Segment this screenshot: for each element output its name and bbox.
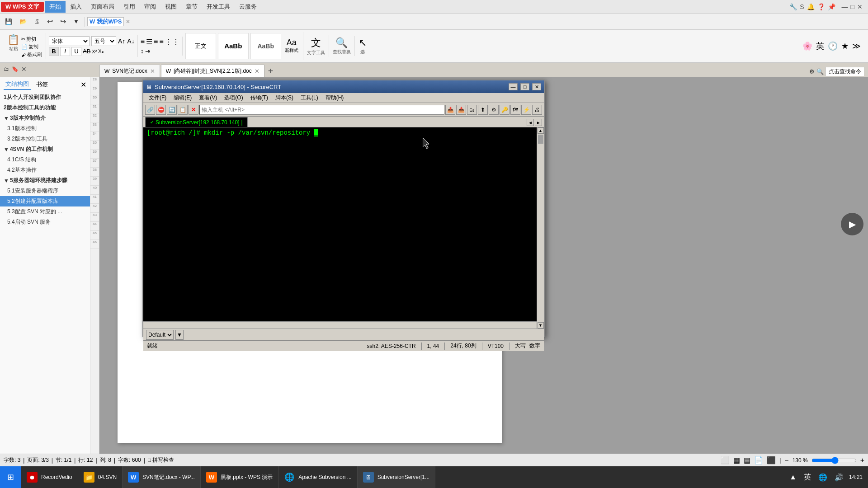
close-mywps[interactable]: ✕ xyxy=(126,19,130,25)
more-icon[interactable]: ≫ xyxy=(852,41,861,51)
tray-expand-icon[interactable]: ▲ xyxy=(788,472,798,482)
top-icon-4[interactable]: ❓ xyxy=(817,3,825,10)
scrt-tb-receive[interactable]: 📥 xyxy=(456,105,466,115)
view-mode-3[interactable]: ▤ xyxy=(744,456,750,465)
tab-svn-full[interactable]: W [尚硅谷][封捷]_SVN[2.2.1版].doc ✕ xyxy=(161,65,264,77)
column-btn[interactable]: ⋮⋮ xyxy=(165,38,179,46)
font-name-select[interactable]: 宋体 xyxy=(49,36,90,46)
view-mode-4[interactable]: 📄 xyxy=(754,456,763,465)
view-structure-btn[interactable]: 🗂 xyxy=(4,66,9,72)
structure-tab[interactable]: 文结构图 xyxy=(4,79,31,90)
scrt-menu-script[interactable]: 脚本(S) xyxy=(272,93,297,103)
scroll-down-btn[interactable]: ▼ xyxy=(538,322,544,328)
tab-add-btn[interactable]: + xyxy=(264,66,277,76)
outline-item-6[interactable]: ▼ 4SVN 的工作机制 xyxy=(0,144,90,155)
taskbar-app-record[interactable]: ⏺ RecordVedio xyxy=(21,466,78,488)
subscript-btn[interactable]: X₂ xyxy=(98,48,103,54)
format-painter-btn[interactable]: 🖌 格式刷 xyxy=(21,51,42,58)
zoom-in-btn[interactable]: + xyxy=(860,456,864,465)
top-icon-2[interactable]: S xyxy=(800,3,804,10)
scrt-tb-map[interactable]: 🗺 xyxy=(510,105,520,115)
dropdown-arrow[interactable]: ▼ xyxy=(70,17,82,26)
outline-item-4[interactable]: 3.1版本控制 xyxy=(0,123,90,134)
zoom-slider[interactable] xyxy=(811,457,857,464)
tab-nav-left[interactable]: ◄ xyxy=(527,119,534,126)
taskbar-app-chrome[interactable]: 🌐 Apache Subversion ... xyxy=(278,466,357,488)
scrt-tb-macro[interactable]: ⚡ xyxy=(521,105,531,115)
line-spacing-btn[interactable]: ↕ xyxy=(141,47,144,55)
outline-item-3[interactable]: ▼ 3版本控制简介 xyxy=(0,113,90,123)
scrt-tb-cancel[interactable]: ✕ xyxy=(189,105,198,115)
align-center-btn[interactable]: ☰ xyxy=(146,38,152,46)
scrt-menu-tools[interactable]: 工具(L) xyxy=(297,93,322,103)
star-icon[interactable]: ★ xyxy=(841,41,849,51)
session-tab-active[interactable]: ✔ SubversionServer[192.168.70.140] | xyxy=(145,117,248,127)
scroll-up-btn[interactable]: ▲ xyxy=(538,127,544,134)
top-icon-5[interactable]: 📌 xyxy=(828,3,835,10)
win-maximize-btn[interactable]: □ xyxy=(520,83,529,90)
win-close-btn[interactable]: ✕ xyxy=(532,83,541,90)
emoji-icon[interactable]: 🌸 xyxy=(802,41,812,51)
font-increase-btn[interactable]: A↑ xyxy=(118,38,125,45)
tray-volume-icon[interactable]: 🔊 xyxy=(833,472,845,483)
tab-svn-notes[interactable]: W SVN笔记.docx ✕ xyxy=(99,65,160,77)
font-size-select[interactable]: 五号 xyxy=(91,36,116,46)
top-icon-3[interactable]: 🔔 xyxy=(807,3,815,10)
taskbar-app-svn[interactable]: 📁 04.SVN xyxy=(78,466,123,488)
select-icon[interactable]: ↖ xyxy=(359,37,367,49)
style-biaoti1[interactable]: AaBb xyxy=(218,33,249,59)
quick-redo-icon[interactable]: ↪ xyxy=(57,16,69,27)
outline-item-11[interactable]: 5.2创建并配置版本库 xyxy=(0,196,90,206)
scrt-menu-transfer[interactable]: 传输(T) xyxy=(247,93,272,103)
style-biaoti2[interactable]: AaBb xyxy=(250,33,281,59)
outline-item-13[interactable]: 5.4启动 SVN 服务 xyxy=(0,217,90,227)
bold-btn[interactable]: B xyxy=(49,47,59,56)
taskbar-app-securecrt[interactable]: 🖥 SubversionServer[1... xyxy=(358,466,435,488)
scrt-tb-send[interactable]: 📤 xyxy=(445,105,455,115)
panel-close-x[interactable]: ✕ xyxy=(80,80,86,89)
right-float-btn[interactable]: ▶ xyxy=(841,213,863,235)
underline-btn[interactable]: U xyxy=(71,47,81,56)
scrt-tb-reconnect[interactable]: 🔄 xyxy=(167,105,177,115)
outline-item-2[interactable]: 2版本控制工具的功能 xyxy=(0,103,90,113)
spell-check-btn[interactable]: □ 拼写检查 xyxy=(148,456,175,464)
menu-shitu[interactable]: 视图 xyxy=(160,1,181,13)
scrt-menu-options[interactable]: 选项(O) xyxy=(221,93,246,103)
view-mode-5[interactable]: ⬛ xyxy=(767,456,776,465)
scrt-menu-file[interactable]: 文件(F) xyxy=(145,93,170,103)
superscript-btn[interactable]: X² xyxy=(92,49,97,54)
terminal-scrollbar-v[interactable]: ▲ ▼ xyxy=(537,127,544,328)
scrt-menu-view[interactable]: 查看(V) xyxy=(195,93,221,103)
copy-btn[interactable]: 📄 复制 xyxy=(21,43,42,50)
tab-nav-right[interactable]: ► xyxy=(535,119,542,126)
view-mode-1[interactable]: ⬜ xyxy=(721,456,730,465)
quick-save-icon[interactable]: 💾 xyxy=(2,17,15,26)
outline-item-10[interactable]: 5.1安装服务器端程序 xyxy=(0,186,90,196)
quick-print-icon[interactable]: 🖨 xyxy=(31,17,43,26)
scrt-menu-edit[interactable]: 编辑(E) xyxy=(170,93,195,103)
outline-item-1[interactable]: 1从个人开发到团队协作 xyxy=(0,92,90,103)
align-right-btn[interactable]: ≡ xyxy=(154,38,158,46)
menu-yun[interactable]: 云服务 xyxy=(235,1,261,13)
style-zhengwen[interactable]: 正文 xyxy=(185,33,216,59)
tab-right-search[interactable]: 点击查找命令 xyxy=(826,67,864,76)
top-icon-minimize[interactable]: — xyxy=(842,3,848,10)
wps-tab-icon[interactable]: W 我的WPS xyxy=(87,17,124,26)
tab-right-icon1[interactable]: ⚙ xyxy=(809,68,815,75)
outline-item-8[interactable]: 4.2基本操作 xyxy=(0,165,90,175)
bookmark-tab[interactable]: 书签 xyxy=(34,80,50,89)
scheme-dropdown-arrow[interactable]: ▼ xyxy=(175,330,184,340)
bookmark-btn[interactable]: 🔖 xyxy=(12,66,19,72)
outline-item-9[interactable]: ▼ 5服务器端环境搭建步骤 xyxy=(0,175,90,186)
tab-close-svn-full[interactable]: ✕ xyxy=(255,68,259,75)
taskbar-app-ppt[interactable]: W 黑板.pptx - WPS 演示 xyxy=(201,466,278,488)
quick-open-icon[interactable]: 📂 xyxy=(16,17,30,26)
scrt-tb-key[interactable]: 🔑 xyxy=(500,105,509,115)
paste-btn[interactable]: 📋 粘贴 xyxy=(7,34,19,58)
zoom-out-btn[interactable]: − xyxy=(784,456,788,465)
strikethrough-btn[interactable]: AB xyxy=(83,48,90,55)
top-icon-maximize[interactable]: □ xyxy=(851,3,854,10)
win-minimize-btn[interactable]: — xyxy=(509,83,518,90)
tab-right-icon2[interactable]: 🔍 xyxy=(816,68,824,75)
style-new[interactable]: Aa 新样式 xyxy=(283,37,300,55)
